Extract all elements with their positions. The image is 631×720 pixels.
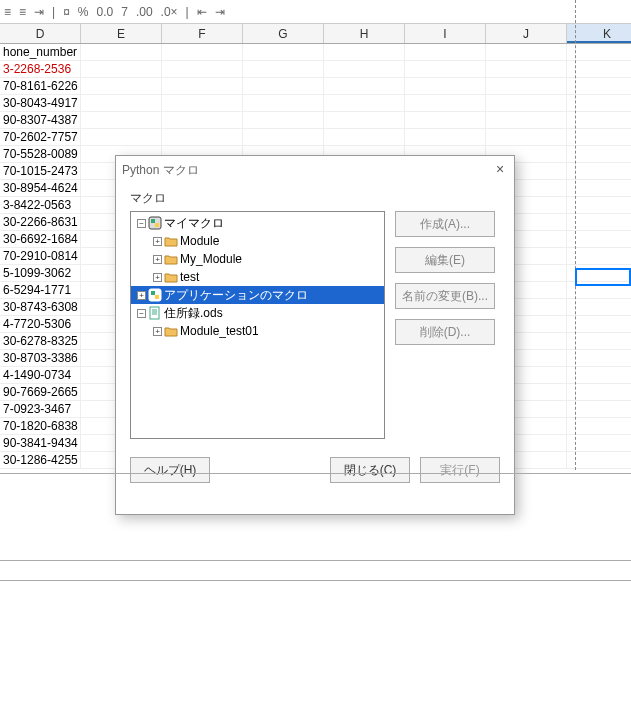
cell[interactable] xyxy=(162,61,243,78)
cell[interactable]: 4-1490-0734 xyxy=(0,367,81,384)
cell[interactable]: 70-5528-0089 xyxy=(0,146,81,163)
tree-item[interactable]: +Module_test01 xyxy=(131,322,384,340)
cell[interactable] xyxy=(567,316,631,333)
cell[interactable] xyxy=(567,452,631,469)
cell[interactable]: 30-6692-1684 xyxy=(0,231,81,248)
cell[interactable] xyxy=(405,112,486,129)
cell[interactable]: 4-7720-5306 xyxy=(0,316,81,333)
cell[interactable] xyxy=(405,95,486,112)
cell[interactable] xyxy=(324,78,405,95)
cell[interactable]: 30-8954-4624 xyxy=(0,180,81,197)
cell[interactable] xyxy=(486,129,567,146)
cell[interactable] xyxy=(486,44,567,61)
cell[interactable] xyxy=(567,384,631,401)
col-header[interactable]: G xyxy=(243,24,324,43)
tree-item[interactable]: −住所録.ods xyxy=(131,304,384,322)
cell[interactable]: 5-1099-3062 xyxy=(0,265,81,282)
dec-dec-icon[interactable]: .0× xyxy=(161,5,178,19)
cell[interactable]: 30-6278-8325 xyxy=(0,333,81,350)
cell[interactable] xyxy=(324,44,405,61)
cell[interactable]: 70-2602-7757 xyxy=(0,129,81,146)
expand-icon[interactable]: + xyxy=(153,327,162,336)
cell[interactable] xyxy=(162,78,243,95)
col-header[interactable]: E xyxy=(81,24,162,43)
edit-button[interactable]: 編集(E) xyxy=(395,247,495,273)
cell[interactable] xyxy=(405,44,486,61)
cell[interactable] xyxy=(567,44,631,61)
cell[interactable] xyxy=(567,231,631,248)
cell[interactable] xyxy=(567,367,631,384)
cell[interactable] xyxy=(81,95,162,112)
cell[interactable] xyxy=(567,435,631,452)
dialog-titlebar[interactable]: Python マクロ × xyxy=(116,156,514,184)
cell[interactable] xyxy=(405,61,486,78)
cell[interactable] xyxy=(567,214,631,231)
cell[interactable] xyxy=(567,248,631,265)
cell[interactable] xyxy=(162,129,243,146)
align-icon[interactable]: ≡ xyxy=(19,5,26,19)
cell[interactable] xyxy=(567,299,631,316)
create-button[interactable]: 作成(A)... xyxy=(395,211,495,237)
tree-item[interactable]: −マイマクロ xyxy=(131,214,384,232)
cell[interactable]: 30-8703-3386 xyxy=(0,350,81,367)
cell[interactable] xyxy=(567,95,631,112)
cell[interactable] xyxy=(81,61,162,78)
cell[interactable] xyxy=(324,129,405,146)
col-header[interactable]: I xyxy=(405,24,486,43)
tree-item[interactable]: +test xyxy=(131,268,384,286)
expand-icon[interactable]: + xyxy=(153,255,162,264)
close-button[interactable]: 閉じる(C) xyxy=(330,457,410,483)
expand-icon[interactable]: + xyxy=(153,237,162,246)
cell[interactable] xyxy=(567,112,631,129)
cell[interactable] xyxy=(567,197,631,214)
cell[interactable] xyxy=(162,95,243,112)
col-header[interactable]: F xyxy=(162,24,243,43)
cell[interactable] xyxy=(324,95,405,112)
cell[interactable]: 90-8307-4387 xyxy=(0,112,81,129)
cell[interactable] xyxy=(81,44,162,61)
close-icon[interactable]: × xyxy=(492,162,508,178)
cell[interactable]: 90-7669-2665 xyxy=(0,384,81,401)
cell[interactable] xyxy=(324,112,405,129)
cell[interactable] xyxy=(405,129,486,146)
tree-item[interactable]: +My_Module xyxy=(131,250,384,268)
cell[interactable]: 3-8422-0563 xyxy=(0,197,81,214)
tree-item[interactable]: +アプリケーションのマクロ xyxy=(131,286,384,304)
col-header-selected[interactable]: K xyxy=(567,24,631,43)
cell[interactable]: 30-2266-8631 xyxy=(0,214,81,231)
rename-button[interactable]: 名前の変更(B)... xyxy=(395,283,495,309)
column-headers[interactable]: D E F G H I J K xyxy=(0,24,631,44)
indent-inc-icon[interactable]: ⇥ xyxy=(215,5,225,19)
cell[interactable] xyxy=(162,44,243,61)
delete-button[interactable]: 削除(D)... xyxy=(395,319,495,345)
macro-tree[interactable]: −マイマクロ+Module+My_Module+test+アプリケーションのマク… xyxy=(130,211,385,439)
cell[interactable]: 70-2910-0814 xyxy=(0,248,81,265)
cell[interactable] xyxy=(243,112,324,129)
cell[interactable]: hone_number xyxy=(0,44,81,61)
collapse-icon[interactable]: − xyxy=(137,219,146,228)
tree-item[interactable]: +Module xyxy=(131,232,384,250)
currency-icon[interactable]: ¤ xyxy=(63,5,70,19)
cell[interactable] xyxy=(81,129,162,146)
align-icon[interactable]: ≡ xyxy=(4,5,11,19)
cell[interactable] xyxy=(243,44,324,61)
expand-icon[interactable]: + xyxy=(153,273,162,282)
expand-icon[interactable]: + xyxy=(137,291,146,300)
cell[interactable] xyxy=(567,146,631,163)
cell[interactable] xyxy=(486,95,567,112)
cell[interactable]: 30-8043-4917 xyxy=(0,95,81,112)
col-header[interactable]: H xyxy=(324,24,405,43)
cell[interactable] xyxy=(486,61,567,78)
cell[interactable] xyxy=(567,61,631,78)
cell[interactable] xyxy=(567,333,631,350)
cell[interactable] xyxy=(162,112,243,129)
cell[interactable] xyxy=(486,112,567,129)
cell[interactable] xyxy=(567,418,631,435)
cell[interactable]: 3-2268-2536 xyxy=(0,61,81,78)
cell[interactable]: 90-3841-9434 xyxy=(0,435,81,452)
cell[interactable] xyxy=(324,61,405,78)
collapse-icon[interactable]: − xyxy=(137,309,146,318)
cell[interactable] xyxy=(243,95,324,112)
cell[interactable] xyxy=(567,401,631,418)
cell[interactable] xyxy=(243,78,324,95)
